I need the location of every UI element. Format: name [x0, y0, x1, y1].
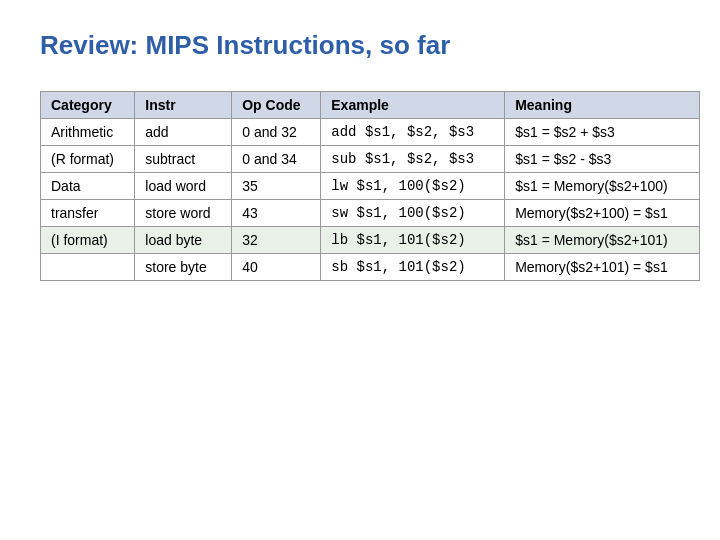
- cell-meaning: Memory($s2+101) = $s1: [505, 254, 700, 281]
- cell-example: sub $s1, $s2, $s3: [321, 146, 505, 173]
- col-header-instr: Instr: [135, 92, 232, 119]
- cell-instr: load word: [135, 173, 232, 200]
- cell-opcode: 35: [232, 173, 321, 200]
- cell-meaning: $s1 = $s2 + $s3: [505, 119, 700, 146]
- table-row: Arithmeticadd0 and 32add $s1, $s2, $s3$s…: [41, 119, 700, 146]
- cell-instr: store word: [135, 200, 232, 227]
- table-row: (R format)subtract0 and 34sub $s1, $s2, …: [41, 146, 700, 173]
- cell-category: (I format): [41, 227, 135, 254]
- cell-example: lb $s1, 101($s2): [321, 227, 505, 254]
- table-row: Dataload word35lw $s1, 100($s2)$s1 = Mem…: [41, 173, 700, 200]
- col-header-category: Category: [41, 92, 135, 119]
- col-header-meaning: Meaning: [505, 92, 700, 119]
- table-row: transferstore word43sw $s1, 100($s2)Memo…: [41, 200, 700, 227]
- instructions-table: Category Instr Op Code Example Meaning A…: [40, 91, 700, 281]
- cell-opcode: 43: [232, 200, 321, 227]
- col-header-opcode: Op Code: [232, 92, 321, 119]
- cell-category: (R format): [41, 146, 135, 173]
- cell-instr: subtract: [135, 146, 232, 173]
- cell-opcode: 0 and 34: [232, 146, 321, 173]
- table-row: (I format)load byte32lb $s1, 101($s2)$s1…: [41, 227, 700, 254]
- cell-category: [41, 254, 135, 281]
- cell-example: sw $s1, 100($s2): [321, 200, 505, 227]
- table-header-row: Category Instr Op Code Example Meaning: [41, 92, 700, 119]
- cell-instr: load byte: [135, 227, 232, 254]
- cell-example: sb $s1, 101($s2): [321, 254, 505, 281]
- col-header-example: Example: [321, 92, 505, 119]
- cell-category: Data: [41, 173, 135, 200]
- table-row: store byte40sb $s1, 101($s2)Memory($s2+1…: [41, 254, 700, 281]
- cell-example: add $s1, $s2, $s3: [321, 119, 505, 146]
- cell-meaning: $s1 = Memory($s2+100): [505, 173, 700, 200]
- cell-opcode: 32: [232, 227, 321, 254]
- cell-category: transfer: [41, 200, 135, 227]
- cell-meaning: Memory($s2+100) = $s1: [505, 200, 700, 227]
- cell-instr: add: [135, 119, 232, 146]
- cell-opcode: 0 and 32: [232, 119, 321, 146]
- cell-example: lw $s1, 100($s2): [321, 173, 505, 200]
- cell-instr: store byte: [135, 254, 232, 281]
- cell-category: Arithmetic: [41, 119, 135, 146]
- page: Review: MIPS Instructions, so far Catego…: [0, 0, 720, 540]
- cell-meaning: $s1 = $s2 - $s3: [505, 146, 700, 173]
- cell-opcode: 40: [232, 254, 321, 281]
- cell-meaning: $s1 = Memory($s2+101): [505, 227, 700, 254]
- page-title: Review: MIPS Instructions, so far: [40, 30, 680, 61]
